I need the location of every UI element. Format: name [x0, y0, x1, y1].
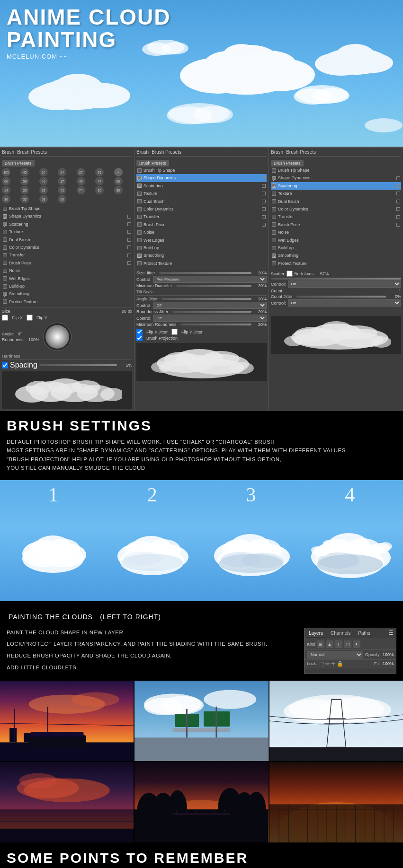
checkbox-brush-tip[interactable] — [3, 207, 7, 211]
p3-protect[interactable]: Protect Texture — [271, 260, 401, 267]
brush-thumb[interactable]: 74 — [77, 186, 85, 194]
p2-brush-tip[interactable]: Brush Tip Shape — [136, 167, 267, 174]
list-item-color-dyn[interactable]: Color Dynamics — [2, 244, 132, 251]
lock-pixels-btn[interactable]: ✏ — [325, 661, 330, 667]
brush-thumb[interactable]: 17 — [58, 177, 66, 185]
p3-texture[interactable]: Texture — [271, 190, 401, 197]
checkbox-wet[interactable] — [3, 276, 7, 281]
brush-thumb[interactable]: 27 — [77, 168, 85, 176]
list-item-brush-pose[interactable]: Brush Pose — [2, 259, 132, 267]
brush-thumb[interactable]: 26 — [20, 186, 29, 194]
p3-buildup[interactable]: Build-up — [271, 244, 401, 252]
p3-pose[interactable]: Brush Pose — [271, 221, 401, 228]
blend-mode-select[interactable]: Normal — [307, 651, 363, 658]
list-item-buildup[interactable]: Build-up — [2, 282, 132, 290]
layers-tab[interactable]: Layers — [307, 630, 325, 637]
brush-thumb[interactable]: 36 — [2, 195, 10, 203]
checkbox-noise[interactable] — [3, 269, 7, 273]
list-item-shape-dynamics[interactable]: ✓ Shape Dynamics — [2, 212, 132, 220]
brush-thumb[interactable]: 60 — [114, 177, 123, 185]
min-diam-slider[interactable] — [176, 285, 251, 287]
p2-protect[interactable]: Protect Texture — [136, 260, 267, 267]
control3-select[interactable]: Off — [153, 315, 267, 322]
p3-color[interactable]: Color Dynamics — [271, 205, 401, 213]
paths-tab[interactable]: Paths — [356, 630, 372, 637]
lock-all-btn[interactable]: 🔒 — [337, 661, 343, 667]
brush-presets-btn-3[interactable]: Brush Presets — [271, 160, 304, 167]
min-rnd-slider[interactable] — [180, 324, 251, 325]
p2-scatter[interactable]: ✓ Scattering — [136, 182, 267, 190]
checkbox-scatter[interactable]: ✓ — [3, 222, 7, 226]
flip-x-jitter-cb[interactable] — [136, 329, 143, 335]
both-axes-cb[interactable] — [287, 271, 293, 277]
control2-select[interactable]: Off — [153, 302, 267, 309]
list-item-wet-edges[interactable]: Wet Edges — [2, 275, 132, 282]
brush-thumb[interactable]: 14 — [39, 168, 48, 176]
p2-dual[interactable]: Dual Brush — [136, 198, 267, 205]
angle-jitter-slider[interactable] — [161, 298, 251, 300]
p3-wet[interactable]: Wet Edges — [271, 237, 401, 244]
brush-thumb[interactable]: 66 — [58, 195, 66, 203]
checkbox-buildup[interactable] — [3, 284, 7, 289]
checkbox-pose[interactable] — [3, 261, 7, 265]
p2-color[interactable]: Color Dynamics — [136, 205, 267, 213]
flip-x-cb[interactable] — [2, 315, 8, 321]
checkbox-protect[interactable] — [3, 299, 7, 304]
p2-buildup[interactable]: Build-up — [136, 244, 267, 252]
p3-shape-dyn[interactable]: ✓ Shape Dynamics — [271, 174, 401, 182]
lock-position-btn[interactable]: ✛ — [331, 661, 335, 667]
p3-scatter[interactable]: ✓ Scattering — [271, 182, 401, 190]
list-item-brush-tip-shape[interactable]: Brush Tip Shape — [2, 205, 132, 212]
flip-y-jitter-cb[interactable] — [171, 329, 178, 335]
p2-wet[interactable]: Wet Edges — [136, 237, 267, 244]
p3-dual[interactable]: Dual Brush — [271, 198, 401, 205]
list-item-transfer[interactable]: Transfer — [2, 251, 132, 259]
filter-vec-btn[interactable]: ◻ — [344, 640, 351, 648]
size-jitter-slider[interactable] — [159, 272, 251, 274]
brush-thumb[interactable]: 14 — [2, 186, 10, 194]
p2-noise[interactable]: Noise — [136, 228, 267, 236]
filter-fx-btn[interactable]: ⊞ — [317, 640, 324, 648]
p3-transfer[interactable]: Transfer — [271, 213, 401, 220]
filter-text-btn[interactable]: T — [335, 640, 342, 648]
list-item-noise[interactable]: Noise — [2, 267, 132, 274]
brush-thumb[interactable]: 45 — [20, 168, 29, 176]
list-item-protect[interactable]: Protect Texture — [2, 298, 132, 306]
p2-smooth[interactable]: ✓ Smoothing — [136, 252, 267, 259]
lock-transparency-btn[interactable]: ⬚ — [319, 661, 324, 667]
brush-thumb[interactable]: 105 — [2, 168, 10, 176]
filter-smart-btn[interactable]: ✦ — [353, 640, 360, 648]
brush-thumb[interactable]: 60 — [2, 177, 10, 185]
checkbox-shape-dyn[interactable]: ✓ — [3, 214, 7, 219]
brush-presets-btn-2[interactable]: Brush Presets — [136, 160, 169, 167]
brush-thumb[interactable]: 43 — [77, 177, 85, 185]
p3-control-select[interactable]: Off — [288, 281, 401, 288]
p2-pose[interactable]: Brush Pose — [136, 221, 267, 228]
p3-smooth[interactable]: ✓ Smoothing — [271, 252, 401, 259]
brush-thumb[interactable]: ▪ — [114, 168, 123, 176]
brush-thumb[interactable]: 33 — [39, 186, 48, 194]
filter-adj-btn[interactable]: ▲ — [326, 640, 333, 648]
list-item-scattering[interactable]: ✓ Scattering — [2, 220, 132, 228]
brush-thumb[interactable]: 63 — [39, 195, 48, 203]
brush-thumb[interactable]: 42 — [58, 186, 66, 194]
flip-y-cb[interactable] — [27, 315, 33, 321]
brush-thumb[interactable]: 44 — [95, 177, 104, 185]
p3-brush-tip[interactable]: Brush Tip Shape — [271, 167, 401, 174]
channels-tab[interactable]: Channels — [329, 630, 352, 637]
p3-noise[interactable]: Noise — [271, 228, 401, 236]
brush-thumb[interactable]: 59 — [20, 177, 29, 185]
checkbox-color[interactable] — [3, 245, 7, 250]
brush-proj-cb[interactable] — [136, 335, 143, 341]
p2-transfer[interactable]: Transfer — [136, 213, 267, 220]
brush-thumb[interactable]: 95 — [95, 186, 104, 194]
count-jitter-slider[interactable] — [296, 296, 386, 298]
brush-thumb[interactable]: 33 — [20, 195, 29, 203]
brush-presets-btn-1[interactable]: Brush Presets — [2, 160, 35, 167]
checkbox-texture[interactable] — [3, 230, 7, 234]
brush-thumb[interactable]: 39 — [95, 168, 104, 176]
p3-control2-select[interactable]: Off — [288, 299, 401, 307]
list-item-smoothing[interactable]: ✓ Smoothing — [2, 290, 132, 298]
checkbox-smooth[interactable]: ✓ — [3, 292, 7, 296]
rnd-jitter-slider[interactable] — [172, 311, 251, 313]
